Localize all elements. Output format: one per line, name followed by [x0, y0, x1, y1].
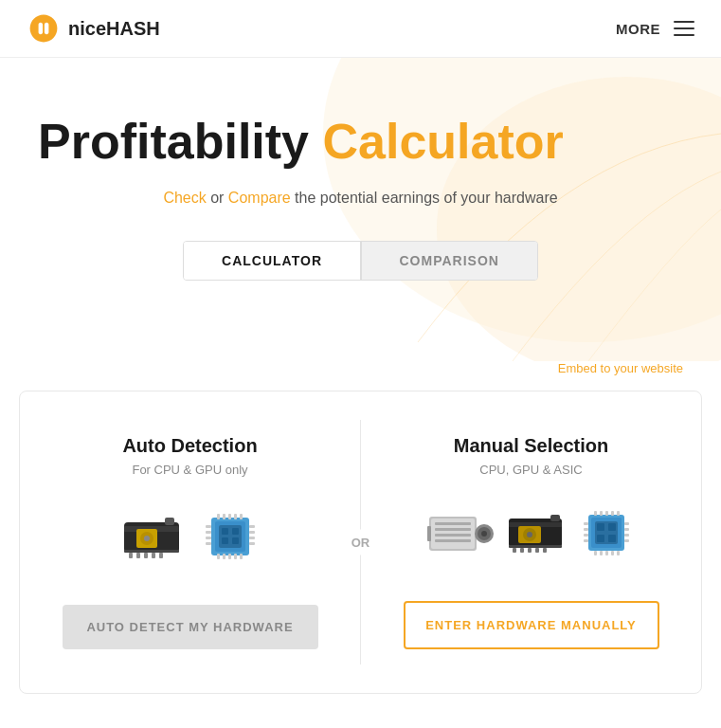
svg-rect-84	[597, 535, 604, 542]
tab-calculator[interactable]: CALCULATOR	[184, 242, 360, 280]
svg-rect-22	[249, 537, 255, 539]
svg-rect-70	[624, 539, 629, 542]
svg-rect-33	[240, 554, 243, 559]
svg-rect-24	[217, 514, 220, 519]
svg-rect-72	[600, 511, 603, 516]
svg-rect-12	[159, 553, 163, 558]
logo[interactable]: niceHASH	[27, 11, 160, 46]
svg-point-47	[481, 531, 487, 537]
hamburger-menu[interactable]	[674, 21, 694, 36]
svg-rect-16	[206, 525, 211, 528]
svg-rect-9	[136, 553, 140, 558]
svg-rect-76	[594, 551, 597, 555]
svg-rect-21	[249, 531, 255, 534]
svg-rect-18	[206, 537, 211, 539]
svg-rect-58	[535, 548, 539, 553]
gpu-icon	[119, 508, 190, 565]
svg-rect-27	[234, 514, 237, 519]
svg-rect-73	[605, 511, 608, 516]
tabs: CALCULATOR COMPARISON	[183, 241, 538, 281]
auto-detection-title: Auto Detection	[122, 435, 257, 457]
main-card: Auto Detection For CPU & GPU only	[19, 391, 702, 694]
svg-rect-25	[223, 514, 225, 519]
hero-subtitle: Check or Compare the potential earnings …	[38, 190, 683, 207]
auto-detection-panel: Auto Detection For CPU & GPU only	[20, 420, 360, 664]
svg-rect-26	[228, 514, 231, 519]
svg-rect-42	[435, 528, 471, 531]
svg-rect-20	[249, 525, 255, 528]
auto-detection-subtitle: For CPU & GPU only	[132, 463, 247, 477]
svg-rect-55	[513, 548, 516, 553]
svg-rect-57	[528, 548, 532, 553]
manual-selection-subtitle: CPU, GPU & ASIC	[479, 463, 582, 477]
svg-rect-48	[427, 526, 431, 541]
svg-rect-8	[129, 553, 133, 558]
nicehash-logo-icon	[27, 11, 61, 46]
svg-rect-36	[232, 528, 239, 535]
svg-rect-64	[584, 528, 588, 531]
svg-rect-19	[206, 542, 211, 545]
svg-rect-28	[240, 514, 243, 519]
svg-rect-80	[617, 551, 620, 555]
svg-rect-35	[222, 528, 228, 535]
svg-rect-78	[605, 551, 608, 555]
svg-rect-54	[509, 545, 562, 548]
svg-rect-69	[624, 534, 629, 537]
svg-rect-32	[234, 554, 237, 559]
embed-link[interactable]: Embed to your website	[558, 361, 683, 375]
svg-rect-17	[206, 531, 211, 534]
manual-selection-panel: Manual Selection CPU, GPU & ASIC	[361, 420, 701, 664]
svg-rect-59	[543, 548, 547, 553]
cpu2-icon	[579, 507, 636, 562]
asic-icon	[427, 507, 496, 562]
hero-section: Profitability Calculator Check or Compar…	[0, 58, 721, 361]
svg-rect-77	[600, 551, 603, 555]
svg-rect-66	[584, 539, 588, 542]
svg-rect-31	[228, 554, 231, 559]
svg-rect-79	[611, 551, 614, 555]
svg-rect-7	[124, 550, 179, 553]
svg-point-53	[527, 532, 532, 537]
tabs-container: CALCULATOR COMPARISON	[38, 241, 683, 281]
gpu2-icon	[505, 507, 569, 562]
svg-rect-67	[624, 522, 629, 525]
header: niceHASH MORE	[0, 0, 721, 58]
svg-rect-65	[584, 534, 588, 537]
logo-text: niceHASH	[68, 18, 160, 40]
svg-point-6	[144, 536, 150, 541]
manual-selection-title: Manual Selection	[454, 435, 608, 457]
svg-rect-60	[550, 515, 560, 521]
svg-rect-37	[222, 537, 228, 544]
hero-content: Profitability Calculator Check or Compar…	[38, 115, 683, 281]
manual-hardware-icons	[427, 505, 636, 563]
svg-rect-29	[217, 554, 220, 559]
svg-rect-11	[152, 553, 155, 558]
svg-rect-82	[597, 523, 604, 531]
svg-rect-23	[249, 542, 255, 545]
svg-rect-10	[144, 553, 148, 558]
more-label[interactable]: MORE	[616, 21, 660, 37]
embed-row: Embed to your website	[0, 361, 721, 375]
svg-rect-38	[232, 537, 239, 544]
svg-rect-41	[435, 522, 471, 525]
svg-rect-63	[584, 522, 588, 525]
panel-divider: OR	[360, 420, 361, 664]
cpu-icon	[200, 508, 261, 565]
auto-hardware-icons	[119, 505, 261, 567]
svg-rect-75	[617, 511, 620, 516]
svg-rect-13	[165, 518, 174, 525]
page-title: Profitability Calculator	[38, 115, 683, 169]
svg-rect-56	[520, 548, 524, 553]
header-right: MORE	[616, 21, 694, 37]
tab-comparison[interactable]: COMPARISON	[362, 242, 537, 280]
svg-rect-74	[611, 511, 614, 516]
enter-hardware-button[interactable]: ENTER HARDWARE MANUALLY	[404, 601, 659, 649]
or-label: OR	[348, 530, 374, 555]
svg-rect-71	[594, 511, 597, 516]
auto-detect-button[interactable]: AUTO DETECT MY HARDWARE	[63, 605, 318, 649]
svg-rect-68	[624, 528, 629, 531]
svg-rect-85	[608, 535, 616, 542]
svg-rect-43	[435, 534, 471, 537]
compare-link[interactable]: Compare	[228, 190, 291, 206]
check-link[interactable]: Check	[163, 190, 206, 206]
